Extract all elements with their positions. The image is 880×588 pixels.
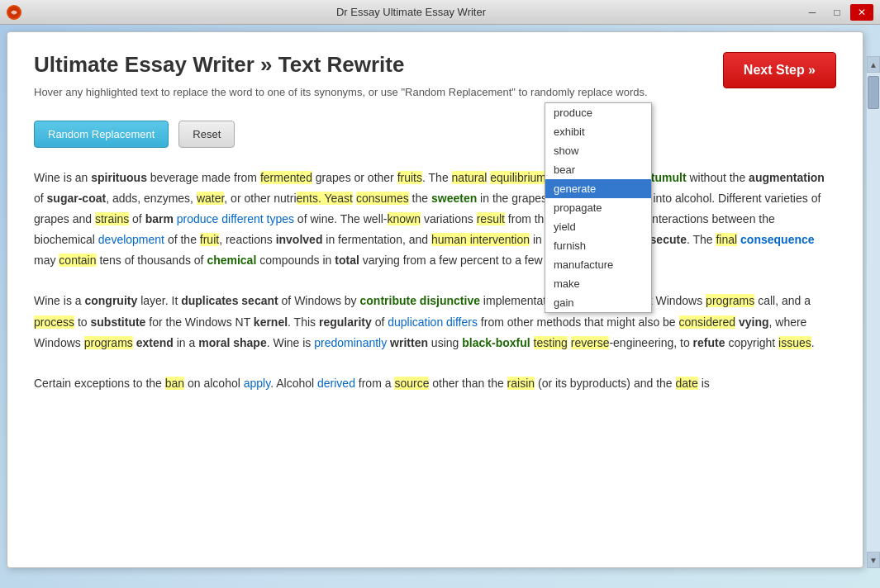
word-contain[interactable]: contain [59, 254, 96, 267]
word-contribute-disjunctive[interactable]: contribute disjunctive [360, 294, 480, 307]
synonym-dropdown: produce exhibit show bear generate propa… [545, 102, 652, 313]
word-barm[interactable]: barm [145, 212, 174, 225]
word-sweeten[interactable]: sweeten [431, 192, 477, 205]
word-programs2[interactable]: programs [84, 336, 133, 349]
word-known[interactable]: known [388, 212, 421, 225]
word-date[interactable]: date [676, 377, 698, 390]
next-step-button[interactable]: Next Step » [723, 52, 836, 88]
word-apply[interactable]: apply [244, 377, 270, 390]
paragraph-1: Wine is an spirituous beverage made from… [34, 168, 836, 272]
word-duplicates-secant[interactable]: duplicates secant [181, 294, 278, 307]
content-area: Wine is an spirituous beverage made from… [34, 168, 836, 395]
word-development[interactable]: development [98, 233, 164, 246]
scroll-down-arrow[interactable]: ▼ [867, 552, 880, 568]
dropdown-item-produce[interactable]: produce [545, 103, 651, 122]
word-duplication[interactable]: duplication [388, 315, 443, 329]
word-sugarcoat[interactable]: sugar-coat [47, 192, 107, 205]
reset-button[interactable]: Reset [178, 121, 235, 148]
dropdown-item-show[interactable]: show [545, 141, 651, 160]
word-final[interactable]: final [716, 233, 737, 246]
word-substitute[interactable]: substitute [91, 315, 146, 329]
dropdown-item-generate[interactable]: generate [545, 179, 651, 198]
restore-button[interactable]: □ [825, 4, 849, 21]
close-button[interactable]: ✕ [850, 4, 873, 21]
page-title: Ultimate Essay Writer » Text Rewrite [34, 52, 836, 78]
dropdown-item-gain[interactable]: gain [545, 293, 651, 312]
word-produce[interactable]: produce [177, 212, 219, 225]
word-natural[interactable]: natural [452, 171, 488, 184]
paragraph-2: Wine is a congruity layer. It duplicates… [34, 291, 836, 353]
word-consequence[interactable]: consequence [740, 233, 814, 246]
dropdown-box: produce exhibit show bear generate propa… [545, 102, 652, 313]
dropdown-item-exhibit[interactable]: exhibit [545, 122, 651, 141]
word-refute[interactable]: refute [693, 336, 725, 349]
dropdown-item-manufacture[interactable]: manufacture [545, 255, 651, 274]
minimize-button[interactable]: ─ [801, 4, 824, 21]
word-result[interactable]: result [477, 212, 505, 225]
word-human-intervention[interactable]: human intervention [431, 233, 530, 246]
word-predominantly[interactable]: predominantly [314, 336, 387, 349]
window-controls[interactable]: ─ □ ✕ [801, 4, 873, 21]
word-source[interactable]: source [394, 377, 429, 390]
word-blackboxful[interactable]: black-boxful [462, 336, 530, 349]
word-moral-shape[interactable]: moral shape [198, 336, 266, 349]
main-window: Ultimate Essay Writer » Text Rewrite Hov… [7, 31, 863, 568]
word-regularity[interactable]: regularity [319, 315, 372, 329]
word-consumes[interactable]: ents. Yeast [297, 192, 354, 205]
dropdown-item-furnish[interactable]: furnish [545, 236, 651, 255]
word-issues[interactable]: issues [778, 336, 811, 349]
word-vying[interactable]: vying [739, 315, 769, 329]
word-derived[interactable]: derived [317, 377, 355, 390]
word-process[interactable]: process [34, 315, 74, 329]
word-total[interactable]: total [335, 254, 359, 267]
word-raisin[interactable]: raisin [507, 377, 535, 390]
dropdown-item-bear[interactable]: bear [545, 160, 651, 179]
word-fruits[interactable]: fruits [397, 171, 422, 184]
word-tumult[interactable]: tumult [651, 171, 687, 184]
word-equilibrium[interactable]: equilibrium [490, 171, 546, 184]
window-title: Dr Essay Ultimate Essay Writer [21, 6, 801, 18]
word-congruity[interactable]: congruity [84, 294, 137, 307]
word-consumes2[interactable]: consumes [356, 192, 409, 205]
word-involved[interactable]: involved [276, 233, 323, 246]
random-replacement-button[interactable]: Random Replacement [34, 121, 169, 148]
word-strains[interactable]: strains [95, 212, 129, 225]
word-written[interactable]: written [390, 336, 428, 349]
word-programs[interactable]: programs [706, 294, 754, 307]
word-considered[interactable]: considered [679, 315, 736, 329]
scroll-thumb[interactable] [868, 76, 879, 109]
scroll-up-arrow[interactable]: ▲ [867, 56, 880, 73]
word-fermented[interactable]: fermented [260, 171, 312, 184]
word-chemical[interactable]: chemical [207, 254, 256, 267]
word-reverse[interactable]: reverse [571, 336, 610, 349]
scrollbar[interactable]: ▲ ▼ [867, 56, 880, 568]
word-extend[interactable]: extend [136, 336, 174, 349]
word-fruit[interactable]: fruit [200, 233, 219, 246]
word-spirituous[interactable]: spirituous [91, 171, 147, 184]
toolbar: Random Replacement Reset [34, 121, 836, 148]
page-subtitle: Hover any highlighted text to replace th… [34, 84, 836, 101]
word-different-types[interactable]: different types [221, 212, 294, 225]
word-kernel[interactable]: kernel [254, 315, 288, 329]
paragraph-3: Certain exceptions to the ban on alcohol… [34, 373, 836, 394]
dropdown-item-propagate[interactable]: propagate [545, 198, 651, 217]
word-water[interactable]: water [197, 192, 224, 205]
dropdown-item-yield[interactable]: yield [545, 217, 651, 236]
word-ban[interactable]: ban [165, 377, 184, 390]
word-differs[interactable]: differs [446, 315, 478, 329]
dropdown-item-make[interactable]: make [545, 274, 651, 293]
word-testing[interactable]: testing [534, 336, 568, 349]
word-augmentation[interactable]: augmentation [749, 171, 825, 184]
app-logo [7, 5, 21, 20]
title-bar: Dr Essay Ultimate Essay Writer ─ □ ✕ [0, 0, 880, 25]
